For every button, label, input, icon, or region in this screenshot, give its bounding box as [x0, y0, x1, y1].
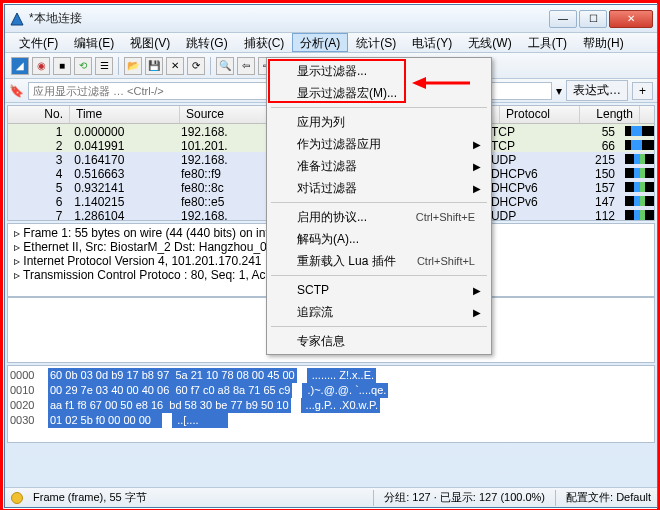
close-file-icon[interactable]: ✕ [166, 57, 184, 75]
hex-row[interactable]: 001000 29 7e 03 40 00 40 06 60 f7 c0 a8 … [10, 383, 652, 398]
minimize-button[interactable]: — [549, 10, 577, 28]
find-icon[interactable]: 🔍 [216, 57, 234, 75]
menu-tools[interactable]: 工具(T) [520, 33, 575, 52]
window-title: *本地连接 [29, 10, 549, 27]
menu-edit[interactable]: 编辑(E) [66, 33, 122, 52]
menu-item[interactable]: 重新载入 Lua 插件Ctrl+Shift+L [269, 250, 489, 272]
menu-wireless[interactable]: 无线(W) [460, 33, 519, 52]
menu-item[interactable]: 专家信息 [269, 330, 489, 352]
bookmark-icon[interactable]: 🔖 [9, 84, 24, 98]
expression-button[interactable]: 表达式… [566, 80, 628, 101]
menu-view[interactable]: 视图(V) [122, 33, 178, 52]
hex-view[interactable]: 000060 0b 03 0d b9 17 b8 97 5a 21 10 78 … [7, 365, 655, 443]
stop-capture-icon[interactable]: ■ [53, 57, 71, 75]
menu-item[interactable]: 应用为列 [269, 111, 489, 133]
maximize-button[interactable]: ☐ [579, 10, 607, 28]
save-icon[interactable]: 💾 [145, 57, 163, 75]
titlebar: *本地连接 — ☐ ✕ [5, 5, 657, 33]
status-frame: Frame (frame), 55 字节 [33, 490, 147, 505]
app-icon [9, 11, 25, 27]
hex-row[interactable]: 000060 0b 03 0d b9 17 b8 97 5a 21 10 78 … [10, 368, 652, 383]
col-length[interactable]: Length [580, 106, 640, 123]
menu-analyze[interactable]: 分析(A) [292, 33, 348, 52]
status-packets: 分组: 127 · 已显示: 127 (100.0%) [384, 490, 545, 505]
menu-item[interactable]: 作为过滤器应用▶ [269, 133, 489, 155]
filter-dropdown-icon[interactable]: ▾ [556, 84, 562, 98]
menu-capture[interactable]: 捕获(C) [236, 33, 293, 52]
expert-info-icon[interactable] [11, 492, 23, 504]
options-icon[interactable]: ☰ [95, 57, 113, 75]
hex-row[interactable]: 0020aa f1 f8 67 00 50 e8 16 bd 58 30 be … [10, 398, 652, 413]
menubar: 文件(F) 编辑(E) 视图(V) 跳转(G) 捕获(C) 分析(A) 统计(S… [5, 33, 657, 53]
menu-telephony[interactable]: 电话(Y) [404, 33, 460, 52]
start-capture-icon[interactable]: ◉ [32, 57, 50, 75]
col-no[interactable]: No. [8, 106, 70, 123]
menu-item[interactable]: 追踪流▶ [269, 301, 489, 323]
reload-icon[interactable]: ⟳ [187, 57, 205, 75]
status-profile[interactable]: 配置文件: Default [566, 490, 651, 505]
menu-item[interactable]: 对话过滤器▶ [269, 177, 489, 199]
hex-row[interactable]: 003001 02 5b f0 00 00 00 ..[.... [10, 413, 652, 428]
tool-icon[interactable]: ◢ [11, 57, 29, 75]
menu-stats[interactable]: 统计(S) [348, 33, 404, 52]
status-bar: Frame (frame), 55 字节 分组: 127 · 已显示: 127 … [5, 487, 657, 507]
col-proto[interactable]: Protocol [500, 106, 580, 123]
add-filter-button[interactable]: + [632, 82, 653, 100]
menu-item[interactable]: 显示过滤器... [269, 60, 489, 82]
prev-icon[interactable]: ⇦ [237, 57, 255, 75]
menu-item[interactable]: 准备过滤器▶ [269, 155, 489, 177]
col-time[interactable]: Time [70, 106, 180, 123]
menu-item[interactable]: 启用的协议...Ctrl+Shift+E [269, 206, 489, 228]
menu-go[interactable]: 跳转(G) [178, 33, 235, 52]
close-button[interactable]: ✕ [609, 10, 653, 28]
menu-item[interactable]: 显示过滤器宏(M)... [269, 82, 489, 104]
open-icon[interactable]: 📂 [124, 57, 142, 75]
menu-item[interactable]: 解码为(A)... [269, 228, 489, 250]
analyze-menu-dropdown: 显示过滤器...显示过滤器宏(M)...应用为列作为过滤器应用▶准备过滤器▶对话… [266, 57, 492, 355]
menu-item[interactable]: SCTP▶ [269, 279, 489, 301]
restart-capture-icon[interactable]: ⟲ [74, 57, 92, 75]
menu-file[interactable]: 文件(F) [11, 33, 66, 52]
menu-help[interactable]: 帮助(H) [575, 33, 632, 52]
